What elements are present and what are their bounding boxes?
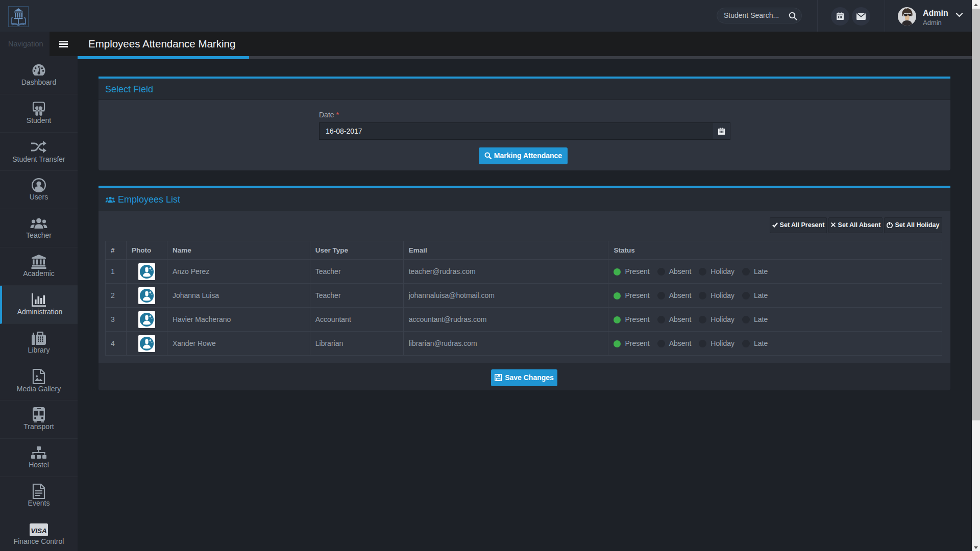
svg-text:VISA: VISA	[31, 527, 47, 535]
